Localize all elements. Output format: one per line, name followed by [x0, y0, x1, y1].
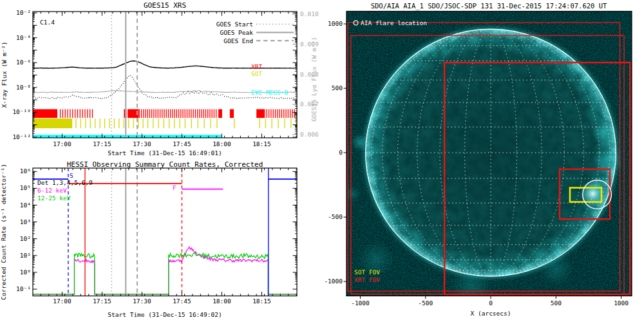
band-block: [33, 109, 57, 118]
goes-yaxis-label: X-ray Flux (W m⁻²): [1, 42, 8, 108]
x-tick-label: 17:00: [53, 298, 71, 305]
goes-title: GOES15 XRS: [144, 1, 186, 10]
bright-region: [589, 176, 607, 194]
y-tick-label: 10⁻⁸: [16, 84, 31, 91]
band-block: [218, 109, 222, 118]
x-tick-label: 17:15: [93, 298, 111, 305]
y-tick-label: 10¹: [20, 252, 31, 259]
flare-location-legend-label: AIA flare location: [361, 19, 427, 26]
y-tick-label: 10⁵: [20, 184, 31, 191]
hessi-legend-6-12: 6-12 keV: [37, 187, 67, 194]
y-tick-label: 1000: [328, 20, 343, 27]
y-tick-label: 10⁻⁴: [16, 34, 31, 41]
y-tick-label: 10⁻⁶: [16, 59, 31, 66]
flare-flag-label: F: [173, 184, 176, 191]
sun-image: [345, 12, 632, 307]
x-tick-label: 17:15: [93, 140, 111, 147]
plot-frame: [33, 168, 297, 296]
right-tick-label: 0.006: [300, 131, 319, 138]
bright-region: [594, 146, 623, 175]
goes-right-yaxis-label: GOES15 Lyα Flux (W m⁻²): [310, 37, 317, 122]
x-tick-label: 18:15: [252, 140, 271, 147]
hessi-yaxis-label: Corrected Count Rate (s⁻¹ detector⁻¹): [0, 164, 7, 300]
legend-goes-start-label: GOES Start: [216, 21, 253, 28]
goes-xaxis-label: Start Time (31-Dec-15 16:49:01): [108, 149, 222, 156]
y-tick-label: 10²: [20, 235, 31, 242]
aia-sun-image-panel: -1000-5000500100010005000-500-1000 SDO/A…: [322, 0, 644, 322]
x-tick-label: 17:00: [53, 140, 71, 147]
y-tick-label: 10⁰: [20, 269, 31, 276]
x-tick-label: 18:15: [252, 298, 271, 305]
y-tick-label: 500: [332, 84, 343, 91]
eve-megsb-band-label: EVE MEGS-B: [251, 89, 288, 96]
y-tick-label: 10⁻¹⁰: [12, 108, 31, 115]
aia-generated-image: -1000-5000500100010005000-500-1000: [324, 12, 632, 307]
band-xrt: [33, 109, 294, 118]
band-block: [33, 135, 222, 138]
series-rate-6-12-kev: [33, 247, 297, 294]
sot-fov-label: SOT FOV: [354, 269, 380, 276]
hessi-count-rate-chart: 17:0017:1517:3017:4518:0018:1510⁶10⁵10⁴1…: [0, 161, 322, 322]
saa-flag-label: S: [70, 172, 73, 179]
xrt-fov-label: XRT FOV: [354, 276, 380, 283]
x-tick-label: 17:45: [173, 298, 191, 305]
x-tick-label: 1000: [614, 299, 629, 307]
x-tick-label: 18:00: [213, 140, 231, 147]
goes-xrs-chart: 17:0017:1517:3017:4518:0018:1510⁻²10⁻⁴10…: [0, 0, 322, 161]
legend-goes-end-label: GOES End: [223, 37, 253, 44]
band-block: [33, 118, 72, 128]
x-tick-label: -500: [418, 299, 433, 307]
band-block: [256, 109, 264, 118]
goes-generated-plot: 17:0017:1517:3017:4518:0018:1510⁻²10⁻⁴10…: [12, 9, 318, 147]
goes-class-annotation: C1.4: [40, 19, 55, 26]
x-tick-label: 18:00: [213, 298, 231, 305]
band-sot: [33, 118, 296, 128]
band-eve: [33, 135, 222, 138]
y-tick-label: 0: [339, 149, 343, 156]
y-tick-label: -1000: [324, 278, 343, 285]
x-tick-label: 17:45: [173, 140, 191, 147]
hessi-title: HESSI Observing Summary Count Rates, Cor…: [67, 161, 263, 169]
y-tick-label: 10⁴: [20, 202, 31, 209]
hessi-detector-label: Det 1,3,4,5,6,9: [37, 179, 93, 186]
right-tick-label: 0.010: [300, 10, 319, 17]
x-tick-label: 500: [551, 299, 562, 307]
sot-band-label: SOT: [251, 70, 262, 77]
aia-title: SDO/AIA AIA_1 SDO/JSOC-SDP 131 31-Dec-20…: [371, 2, 607, 10]
hessi-xaxis-label: Start Time (31-Dec-15 16:49:02): [108, 311, 222, 318]
y-tick-label: 10⁻¹: [16, 285, 31, 292]
y-tick-label: 10⁻¹²: [12, 133, 31, 140]
legend-goes-peak-label: GOES Peak: [220, 29, 254, 36]
solar-quicklook-dashboard: 17:0017:1517:3017:4518:0018:1510⁻²10⁻⁴10…: [0, 0, 644, 322]
x-tick-label: 0: [489, 299, 493, 307]
bright-region: [345, 186, 360, 202]
y-tick-label: 10³: [20, 218, 31, 225]
y-tick-label: 10⁻²: [16, 9, 31, 16]
y-tick-label: -500: [328, 213, 343, 220]
y-tick-label: 10⁶: [20, 167, 31, 175]
saa-flag: [33, 168, 297, 296]
hessi-legend-12-25: 12-25 keV: [37, 194, 71, 202]
xrt-band-label: XRT: [251, 63, 262, 70]
instrument-observation-bands: [33, 109, 296, 138]
aia-xaxis-label: X (arcsecs): [471, 310, 511, 317]
x-tick-label: -1000: [351, 299, 370, 307]
x-tick-label: 17:30: [133, 298, 151, 305]
x-tick-label: 17:30: [133, 140, 151, 147]
band-block: [230, 109, 234, 118]
